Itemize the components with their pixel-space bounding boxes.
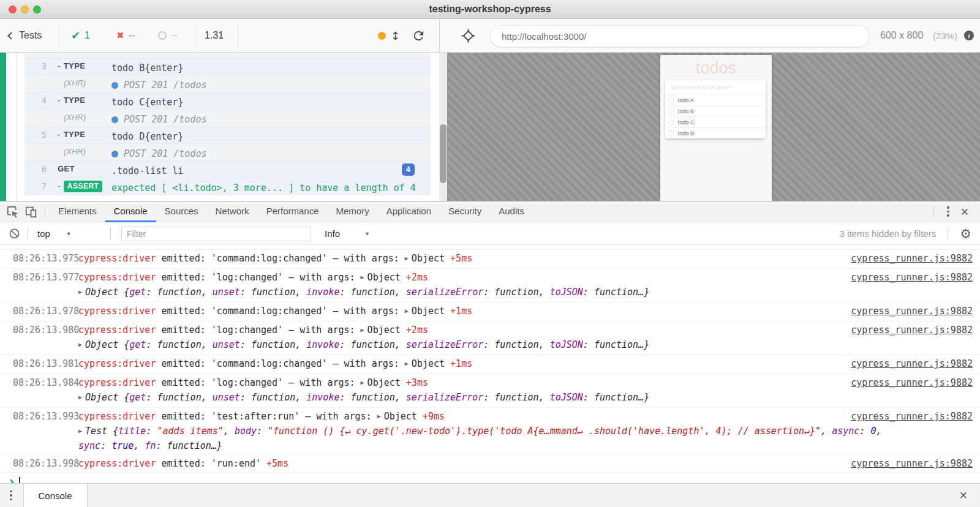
todo-item[interactable]: todo A <box>665 94 766 105</box>
cypress-header: Tests ✔ 1 ✖ -- -- 1.31 ↕ http://localhos <box>0 19 980 53</box>
object-preview[interactable]: ▶Object {get: function, unset: function,… <box>78 285 905 300</box>
object-preview[interactable]: ▶Object {get: function, unset: function,… <box>78 391 905 405</box>
window-minimize-button[interactable] <box>21 6 29 13</box>
console-text: : function…} <box>156 440 222 451</box>
expand-triangle-icon[interactable]: ▶ <box>361 271 364 284</box>
console-row[interactable]: 08:26:13.977cypress:driver emitted: 'log… <box>0 269 980 302</box>
console-row[interactable]: 08:26:13.993cypress:driver emitted: 'tes… <box>0 408 980 455</box>
reporter-scrollbar-thumb[interactable] <box>440 124 447 183</box>
source-link[interactable]: cypress_runner.js:9882 <box>851 304 973 318</box>
tab-security[interactable]: Security <box>440 201 490 222</box>
url-bar[interactable]: http://localhost:3000/ <box>490 25 870 47</box>
reporter-gutter <box>6 53 24 201</box>
source-link[interactable]: cypress_runner.js:9882 <box>851 252 973 265</box>
command-row[interactable]: (XHR)POST 201 /todos <box>24 144 431 161</box>
console-text: toJSON <box>550 287 583 298</box>
console-text: cypress:driver <box>78 253 156 264</box>
tab-elements[interactable]: Elements <box>50 201 105 222</box>
tab-console[interactable]: Console <box>105 201 156 222</box>
console-text: get <box>129 392 146 403</box>
console-message-line: cypress:driver emitted: 'log:changed' – … <box>78 271 980 285</box>
execution-context-selector[interactable]: top ▼ <box>37 228 106 239</box>
command-dash: - <box>58 181 61 190</box>
command-number: 5 <box>24 130 47 140</box>
viewport-info-button[interactable]: i <box>964 19 974 52</box>
console-text: serializeError <box>406 287 483 298</box>
console-row[interactable]: 08:26:13.998cypress:driver emitted: 'run… <box>0 455 980 473</box>
console-text: : <box>100 440 111 451</box>
todo-toggle-icon[interactable] <box>668 119 674 126</box>
expand-triangle-icon[interactable]: ▶ <box>78 285 82 299</box>
command-row[interactable]: 5-TYPEtodo D{enter} <box>24 127 431 144</box>
command-row[interactable]: 3-TYPEtodo B{enter} <box>24 58 431 75</box>
command-row[interactable]: 6GET.todo-list li4 <box>24 161 431 178</box>
log-level-selector[interactable]: Info ▼ <box>325 228 370 239</box>
drawer-tab-console[interactable]: Console <box>23 484 88 507</box>
expand-triangle-icon[interactable]: ▶ <box>78 338 82 351</box>
command-row[interactable]: 4-TYPEtodo C{enter} <box>24 92 431 110</box>
todo-item[interactable]: todo C <box>665 116 766 127</box>
app-iframe: todos What needs to be done? todo Atodo … <box>660 55 772 201</box>
console-text: get <box>129 287 146 298</box>
command-row[interactable]: 7-ASSERTexpected [ <li.todo>, 3 more... … <box>24 178 431 195</box>
console-row[interactable]: 08:26:13.980cypress:driver emitted: 'log… <box>0 321 980 355</box>
tab-audits[interactable]: Audits <box>490 201 533 222</box>
console-filter-input[interactable] <box>121 227 311 241</box>
expand-triangle-icon[interactable]: ▶ <box>361 323 364 337</box>
console-row[interactable]: 08:26:13.984cypress:driver emitted: 'log… <box>0 374 980 408</box>
console-text: unset <box>213 287 240 298</box>
source-link[interactable]: cypress_runner.js:9882 <box>851 376 973 389</box>
console-settings-button[interactable]: ⚙ <box>960 227 971 241</box>
todo-item[interactable]: todo D <box>665 127 766 138</box>
xhr-dot-icon <box>111 82 118 89</box>
todo-item[interactable]: todo B <box>665 105 766 116</box>
window-zoom-button[interactable] <box>33 6 41 13</box>
expand-triangle-icon[interactable]: ▶ <box>78 391 82 404</box>
todo-toggle-icon[interactable] <box>668 108 674 115</box>
source-link[interactable]: cypress_runner.js:9882 <box>851 357 973 370</box>
command-number: 3 <box>24 61 47 71</box>
tab-performance[interactable]: Performance <box>258 201 328 222</box>
console-row[interactable]: 08:26:13.975cypress:driver emitted: 'com… <box>0 250 980 269</box>
object-preview[interactable]: ▶Test {title: "adds items", body: "funct… <box>78 424 905 453</box>
source-link[interactable]: cypress_runner.js:9882 <box>851 323 973 337</box>
console-prompt[interactable] <box>0 473 980 483</box>
console-row[interactable]: 08:26:13.978cypress:driver emitted: 'com… <box>0 302 980 321</box>
tab-application[interactable]: Application <box>378 201 440 222</box>
tab-memory[interactable]: Memory <box>328 201 378 222</box>
console-text: "adds items" <box>157 426 223 437</box>
command-row[interactable]: (XHR)POST 201 /todos <box>24 75 431 92</box>
expand-triangle-icon[interactable]: ▶ <box>405 252 409 265</box>
expand-triangle-icon[interactable]: ▶ <box>361 376 364 389</box>
todo-toggle-icon[interactable] <box>668 97 674 103</box>
command-message: todo C{enter} <box>111 96 183 109</box>
new-todo-input[interactable]: What needs to be done? <box>665 80 766 94</box>
window-close-button[interactable] <box>9 6 17 13</box>
back-to-tests-button[interactable]: Tests <box>9 19 42 52</box>
console-text: toJSON <box>550 339 583 350</box>
drawer-close-button[interactable]: ✕ <box>957 488 970 503</box>
object-preview[interactable]: ▶Object {get: function, unset: function,… <box>78 338 905 353</box>
expand-triangle-icon[interactable]: ▶ <box>78 424 82 438</box>
todo-toggle-icon[interactable] <box>668 130 674 137</box>
selector-playground-button[interactable] <box>461 19 476 52</box>
restart-tests-button[interactable] <box>412 19 426 52</box>
expand-triangle-icon[interactable]: ▶ <box>405 357 409 370</box>
source-link[interactable]: cypress_runner.js:9882 <box>851 271 973 284</box>
expand-triangle-icon[interactable]: ▶ <box>405 304 409 318</box>
device-toolbar-button[interactable] <box>22 203 40 220</box>
devtools-close-button[interactable]: ✕ <box>958 205 971 219</box>
tab-network[interactable]: Network <box>207 201 258 222</box>
expand-triangle-icon[interactable]: ▶ <box>377 410 381 423</box>
source-link[interactable]: cypress_runner.js:9882 <box>851 410 973 423</box>
clear-console-button[interactable] <box>5 225 23 242</box>
devtools-menu-button[interactable] <box>944 204 952 219</box>
tab-sources[interactable]: Sources <box>156 201 207 222</box>
console-row[interactable]: 08:26:13.981cypress:driver emitted: 'com… <box>0 355 980 374</box>
refresh-icon <box>412 29 426 43</box>
command-row[interactable]: (XHR)POST 201 /todos <box>24 110 431 127</box>
source-link[interactable]: cypress_runner.js:9882 <box>851 457 973 470</box>
command-message: POST 201 /todos <box>111 113 206 126</box>
drawer-menu-button[interactable] <box>7 488 15 503</box>
inspect-element-button[interactable] <box>4 203 22 220</box>
